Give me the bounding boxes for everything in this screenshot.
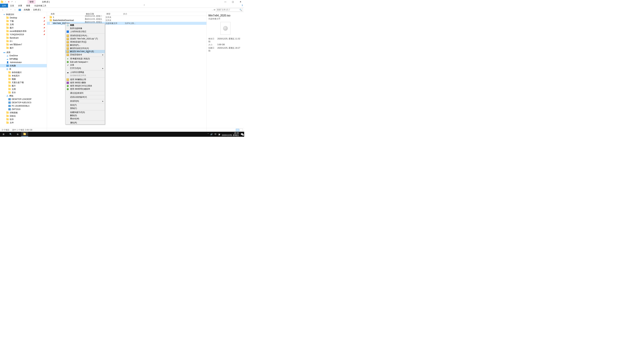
context-menu-item[interactable]: 通过QQ发送到 — [66, 91, 105, 95]
nav-network[interactable]: 🖧 网络 — [0, 94, 47, 97]
up-button[interactable]: ↑ — [14, 9, 16, 11]
context-menu-item[interactable]: Edit with Notepad++ — [66, 60, 105, 63]
nav-library-item[interactable]: 本机照片 — [0, 74, 47, 77]
nav-desktop-item[interactable]: ▥库 — [0, 67, 47, 71]
nav-other-item[interactable]: 回收站 — [0, 114, 47, 118]
help-icon[interactable]: ? — [240, 4, 244, 7]
taskbar-explorer-button[interactable] — [21, 132, 28, 137]
context-menu-item[interactable]: 添加到压缩文件(A)... — [66, 34, 105, 37]
nav-quick-item[interactable]: 图片📌 — [0, 26, 47, 29]
nav-quick-item[interactable]: 图片 — [0, 46, 47, 50]
file-row[interactable]: 1 2020/12/15, 星期二 1... 文件夹 — [47, 16, 206, 19]
nav-quick-item[interactable]: Bandicam — [0, 36, 47, 39]
nav-library-item[interactable]: 音乐 — [0, 91, 47, 94]
nav-library-item[interactable]: 图片 — [0, 84, 47, 87]
context-menu-item[interactable]: 刻录光盘映像 — [66, 27, 105, 30]
context-menu-item[interactable]: 重命名(M) — [66, 117, 105, 120]
volume-icon[interactable]: 🔊 — [210, 133, 213, 135]
nav-desktop-item[interactable]: ☁WPS网盘 — [0, 57, 47, 61]
tray-overflow-icon[interactable]: ˄ — [208, 133, 209, 135]
context-menu-item[interactable]: 使用 360进行木马云查杀 — [66, 84, 105, 87]
nav-quick-item[interactable]: win7重装win7 — [0, 43, 47, 46]
clock[interactable]: 16:32 2020/12/25, 星期五 — [222, 132, 239, 136]
nav-desktop-item[interactable]: 此电脑 — [0, 64, 47, 67]
start-button[interactable]: ⊞ — [0, 132, 7, 137]
nav-network-item[interactable]: ZMT2019 — [0, 108, 47, 111]
context-menu-item[interactable]: ☁上传到百度网盘 — [66, 71, 105, 74]
nav-library-item[interactable]: 视频 — [0, 77, 47, 81]
context-menu-item[interactable]: 其他压缩命令▶ — [66, 53, 105, 56]
nav-network-item[interactable]: DESKTOP-LSSOEDP — [0, 97, 47, 101]
col-type[interactable]: 类型 — [105, 12, 122, 15]
task-view-button[interactable]: ⧉ — [14, 132, 21, 137]
col-size[interactable]: 大小 — [122, 12, 136, 15]
ime-indicator[interactable]: 中 — [214, 133, 216, 136]
context-menu-item[interactable]: 上传到有道云笔记 — [66, 30, 105, 33]
context-menu-item[interactable]: 用 蜂蜜浏览器 浏览(3) — [66, 57, 105, 60]
breadcrumb[interactable]: › 此电脑 › 文档 (E:) › — [18, 8, 210, 11]
minimize-button[interactable]: — — [222, 0, 229, 4]
file-row[interactable]: BaiduNetdiskDownload 2020/12/25, 星期五 1..… — [47, 19, 206, 22]
context-menu-item[interactable]: 打开方式(H)▶ — [66, 67, 105, 70]
col-name[interactable]: 名称 — [50, 12, 85, 15]
nav-quick-item[interactable]: excel表格制作求和📌 — [0, 29, 47, 33]
context-menu-item[interactable]: 用360压缩打开(Q) — [66, 40, 105, 43]
context-menu-item[interactable]: ↗共享 — [66, 63, 105, 67]
security-tray-icon[interactable]: ◪ — [218, 133, 220, 135]
chevron-right-icon[interactable]: › — [22, 9, 23, 11]
ribbon-tab-file[interactable]: 文件 — [0, 4, 8, 7]
qat-delete-icon[interactable]: ✕ — [8, 0, 10, 3]
nav-desktop-item[interactable]: 👤Administrator — [0, 61, 47, 64]
nav-other-item[interactable]: 软件 — [0, 118, 47, 121]
context-menu-item[interactable]: 使用 360强力删除 — [66, 81, 105, 84]
context-menu-item[interactable]: 创建快捷方式(S) — [66, 111, 105, 114]
qat-dropdown-icon[interactable]: ▾ — [14, 0, 17, 3]
nav-quick-item[interactable]: 文档📌 — [0, 23, 47, 26]
qat-undo-icon[interactable]: ↶ — [11, 0, 14, 3]
view-details-button[interactable] — [236, 129, 239, 131]
context-menu-item[interactable]: 使用 360管理右键菜单 — [66, 87, 105, 91]
nav-network-item[interactable]: DESKTOP-NJEU3CG — [0, 101, 47, 104]
context-menu-item[interactable]: 使用 360解除占用 — [66, 78, 105, 81]
nav-network-item[interactable]: PC-20190530OBLA — [0, 104, 47, 108]
chevron-right-icon[interactable]: › — [31, 9, 32, 11]
context-menu-item[interactable]: 解压到 Win7x64_2020\ (E) — [66, 50, 105, 53]
nav-other-item[interactable]: 文件 — [0, 121, 47, 124]
nav-library-item[interactable]: 天翼云盘下载 — [0, 81, 47, 84]
maximize-button[interactable]: ▢ — [229, 0, 237, 4]
forward-button[interactable]: → — [5, 9, 8, 11]
context-menu-item[interactable]: 剪切(T) — [66, 104, 105, 107]
context-menu-item[interactable]: 删除(D) — [66, 114, 105, 117]
breadcrumb-this-pc[interactable]: 此电脑 — [24, 8, 30, 11]
context-menu-item[interactable]: 解压到(F)... — [66, 43, 105, 47]
view-large-icons-button[interactable] — [240, 129, 243, 131]
back-button[interactable]: ← — [1, 9, 4, 11]
context-menu-item[interactable]: 解压到当前文件夹(X) — [66, 47, 105, 50]
close-button[interactable]: ✕ — [237, 0, 244, 4]
context-menu-item[interactable]: 💿装载 — [66, 24, 105, 27]
context-menu-item[interactable]: 发送到(N)▶ — [66, 99, 105, 103]
nav-desktop-item[interactable]: ☁OneDrive — [0, 54, 47, 57]
breadcrumb-dropdown-icon[interactable]: ⌄ — [212, 9, 213, 11]
nav-library-item[interactable]: 文档 — [0, 87, 47, 91]
refresh-button[interactable]: ⟳ — [214, 9, 215, 11]
nav-desktop[interactable]: ▬ 桌面 — [0, 51, 47, 54]
action-center-icon[interactable]: 💬3 — [241, 133, 243, 135]
qat-properties-icon[interactable]: ✓ — [4, 0, 7, 3]
taskbar-search-button[interactable]: 🔍 — [7, 132, 14, 137]
context-menu-item[interactable]: 复制(C) — [66, 107, 105, 110]
context-menu-item[interactable]: 属性(R) — [66, 121, 105, 124]
nav-quick-item[interactable]: YUNQISHI2019📌 — [0, 33, 47, 36]
nav-library-item[interactable]: 保存的图片 — [0, 71, 47, 74]
chevron-right-icon[interactable]: › — [42, 9, 43, 11]
nav-quick-item[interactable]: G:\ — [0, 39, 47, 43]
nav-quick-access[interactable]: ★ 快速访问 — [0, 13, 47, 16]
navigation-pane[interactable]: ★ 快速访问 Desktop📌下载📌文档📌图片📌excel表格制作求和📌YUNQ… — [0, 12, 47, 132]
nav-quick-item[interactable]: Desktop📌 — [0, 16, 47, 19]
recent-dropdown[interactable]: ▾ — [10, 9, 12, 11]
ribbon-tab-home[interactable]: 主页 — [8, 4, 16, 7]
ribbon-tab-view[interactable]: 查看 — [24, 4, 32, 7]
ribbon-expand-icon[interactable]: ⌃ — [142, 4, 146, 7]
nav-other-item[interactable]: 控制面板 — [0, 111, 47, 114]
nav-quick-item[interactable]: 下载📌 — [0, 19, 47, 23]
